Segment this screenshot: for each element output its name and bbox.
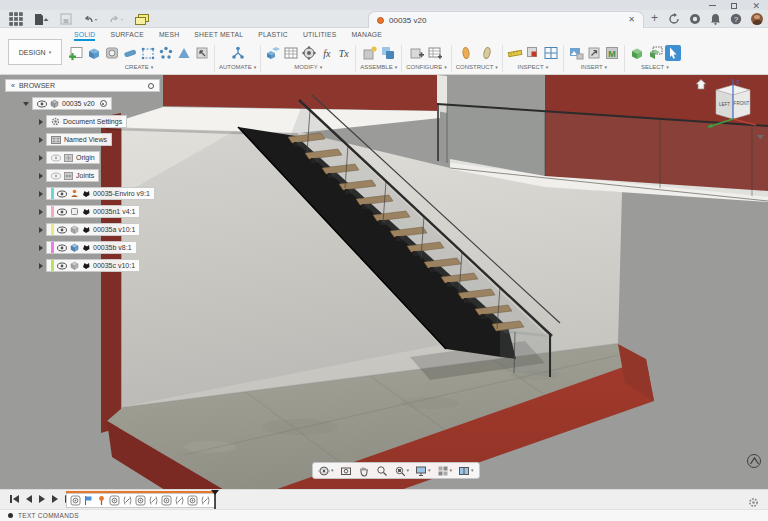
create-sketch-icon[interactable]: [68, 45, 84, 61]
browser-row-origin[interactable]: Origin: [5, 151, 175, 164]
step-forward-button[interactable]: [52, 495, 58, 503]
expander-icon[interactable]: [39, 227, 43, 233]
modify-group-label[interactable]: MODIFY▾: [294, 64, 322, 70]
browser-row-component[interactable]: 00035n1 v4:1: [5, 205, 175, 218]
new-tab-button[interactable]: +: [651, 11, 658, 25]
tab-plastic[interactable]: PLASTIC: [258, 31, 288, 41]
section-analysis-icon[interactable]: [525, 45, 541, 61]
create-group-label[interactable]: CREATE▾: [125, 64, 153, 70]
user-avatar[interactable]: [751, 13, 763, 25]
collapse-panel-icon[interactable]: «: [11, 82, 15, 89]
upper-left-wall[interactable]: [163, 75, 437, 111]
thicken-icon[interactable]: [176, 45, 192, 61]
joint-icon[interactable]: [109, 495, 120, 506]
tab-solid[interactable]: SOLID: [74, 31, 95, 41]
autodesk-logo-icon[interactable]: [747, 454, 761, 468]
configuration-table-icon[interactable]: [427, 45, 443, 61]
bottom-glass-panel[interactable]: [500, 329, 552, 377]
home-icon[interactable]: [696, 80, 706, 90]
visibility-eye-icon[interactable]: [57, 190, 67, 198]
job-status-icon[interactable]: [689, 13, 701, 25]
expander-open-icon[interactable]: [23, 102, 29, 106]
text-tx-icon[interactable]: Tx: [336, 48, 351, 59]
browser-row-joints[interactable]: Joints: [5, 169, 175, 182]
pan-icon[interactable]: [358, 465, 370, 477]
browser-settings-gear-icon[interactable]: [148, 83, 154, 89]
window-minimize-button[interactable]: [709, 5, 716, 6]
tab-sheet-metal[interactable]: SHEET METAL: [194, 31, 243, 41]
expander-icon[interactable]: [39, 263, 43, 269]
visibility-eye-off-icon[interactable]: [51, 172, 61, 180]
configuration-icon[interactable]: [409, 45, 425, 61]
expander-icon[interactable]: [39, 173, 43, 179]
canvas-icon[interactable]: [568, 45, 584, 61]
zoom-icon[interactable]: [376, 465, 388, 477]
display-settings-icon[interactable]: ▾: [415, 465, 431, 477]
parameters-table-icon[interactable]: [283, 45, 299, 61]
automate-group-label[interactable]: AUTOMATE▾: [219, 64, 256, 70]
viewcube[interactable]: LEFT FRONT Z: [688, 77, 766, 149]
undo-icon[interactable]: [82, 13, 98, 25]
joint-icon[interactable]: [380, 45, 396, 61]
expander-icon[interactable]: [39, 191, 43, 197]
visibility-eye-icon[interactable]: [37, 100, 47, 108]
window-maximize-button[interactable]: [731, 3, 737, 9]
notifications-bell-icon[interactable]: [710, 13, 721, 25]
visibility-eye-off-icon[interactable]: [51, 154, 61, 162]
grid-icon[interactable]: ▾: [437, 465, 453, 477]
revolve-icon[interactable]: [104, 45, 120, 61]
expander-icon[interactable]: [39, 245, 43, 251]
file-menu-icon[interactable]: [34, 13, 50, 26]
expander-icon[interactable]: [39, 119, 43, 125]
fit-icon[interactable]: ▾: [394, 465, 410, 477]
offset-plane-icon[interactable]: [460, 45, 476, 61]
tangent-plane-icon[interactable]: [478, 45, 494, 61]
tab-manage[interactable]: MANAGE: [351, 31, 382, 41]
derive-icon[interactable]: [194, 45, 210, 61]
save-icon[interactable]: [60, 13, 72, 25]
insert-mcmaster-icon[interactable]: M: [604, 45, 620, 61]
expander-icon[interactable]: [39, 137, 43, 143]
redo-icon[interactable]: [108, 13, 124, 25]
pattern-icon[interactable]: [158, 45, 174, 61]
timeline-settings-gear-icon[interactable]: [748, 494, 759, 512]
go-to-start-button[interactable]: [10, 495, 19, 503]
visibility-eye-icon[interactable]: [57, 226, 67, 234]
measure-icon[interactable]: [507, 45, 523, 61]
joint-icon[interactable]: [135, 495, 146, 506]
window-close-button[interactable]: ✕: [752, 3, 760, 9]
extrude-icon[interactable]: [86, 45, 102, 61]
design-workspace-menu[interactable]: DESIGN ▾: [8, 39, 62, 65]
appearance-icon[interactable]: [301, 45, 317, 61]
joint-icon[interactable]: [187, 495, 198, 506]
as-built-joint-icon[interactable]: [174, 495, 185, 506]
automate-icon[interactable]: [230, 45, 246, 61]
browser-row-component[interactable]: 00035a v10:1: [5, 223, 175, 236]
browser-row-document-settings[interactable]: Document Settings: [5, 115, 175, 128]
select-window-icon[interactable]: [647, 45, 663, 61]
display-analysis-icon[interactable]: [543, 45, 559, 61]
browser-row-component[interactable]: 00035c v10:1: [5, 259, 175, 272]
select-tool-active-icon[interactable]: [665, 45, 681, 61]
visibility-eye-icon[interactable]: [57, 262, 67, 270]
joint-icon[interactable]: [70, 495, 81, 506]
insert-derive-icon[interactable]: [586, 45, 602, 61]
inspect-group-label[interactable]: INSPECT▾: [518, 64, 549, 70]
tab-utilities[interactable]: UTILITIES: [303, 31, 337, 41]
assemble-group-label[interactable]: ASSEMBLE▾: [360, 64, 397, 70]
select-body-icon[interactable]: [629, 45, 645, 61]
press-pull-icon[interactable]: [265, 45, 281, 61]
configure-group-label[interactable]: CONFIGURE▾: [406, 64, 447, 70]
expander-icon[interactable]: [39, 155, 43, 161]
help-icon[interactable]: ?: [730, 13, 742, 25]
select-group-label[interactable]: SELECT▾: [641, 64, 669, 70]
look-at-icon[interactable]: [340, 465, 352, 477]
browser-row-named-views[interactable]: Named Views: [5, 133, 175, 146]
timeline-playhead[interactable]: [209, 490, 221, 510]
flag-icon[interactable]: [83, 495, 94, 506]
text-commands-label[interactable]: TEXT COMMANDS: [18, 512, 79, 519]
step-back-button[interactable]: [26, 495, 32, 503]
visibility-eye-icon[interactable]: [57, 208, 67, 216]
document-tab[interactable]: 00035 v20 ✕: [368, 11, 644, 28]
expander-icon[interactable]: [39, 209, 43, 215]
